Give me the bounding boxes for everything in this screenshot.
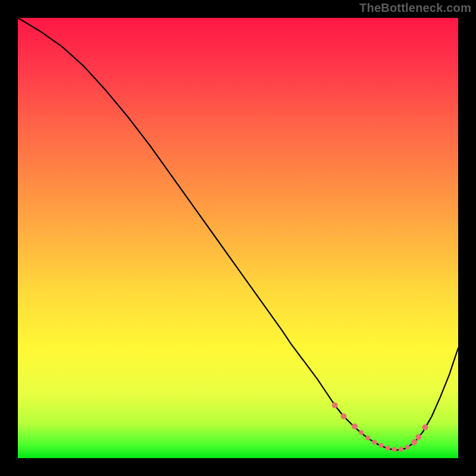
marker-dot xyxy=(365,436,370,440)
marker-dot xyxy=(422,424,428,430)
chart-frame: TheBottleneck.com xyxy=(0,0,476,476)
plot-area xyxy=(18,18,458,458)
marker-dot xyxy=(379,443,384,448)
chart-svg xyxy=(18,18,458,458)
marker-dot xyxy=(405,445,410,450)
marker-dot xyxy=(392,447,397,452)
marker-dot xyxy=(411,439,417,445)
marker-group xyxy=(332,402,428,452)
marker-dot xyxy=(372,440,377,444)
marker-dot xyxy=(332,402,338,408)
marker-dot xyxy=(386,446,390,450)
marker-dot xyxy=(359,430,364,435)
curve-line xyxy=(18,18,458,450)
marker-dot xyxy=(399,447,403,452)
marker-dot xyxy=(341,414,347,419)
watermark-text: TheBottleneck.com xyxy=(359,1,471,15)
marker-dot xyxy=(415,434,421,440)
marker-dot xyxy=(352,424,358,430)
